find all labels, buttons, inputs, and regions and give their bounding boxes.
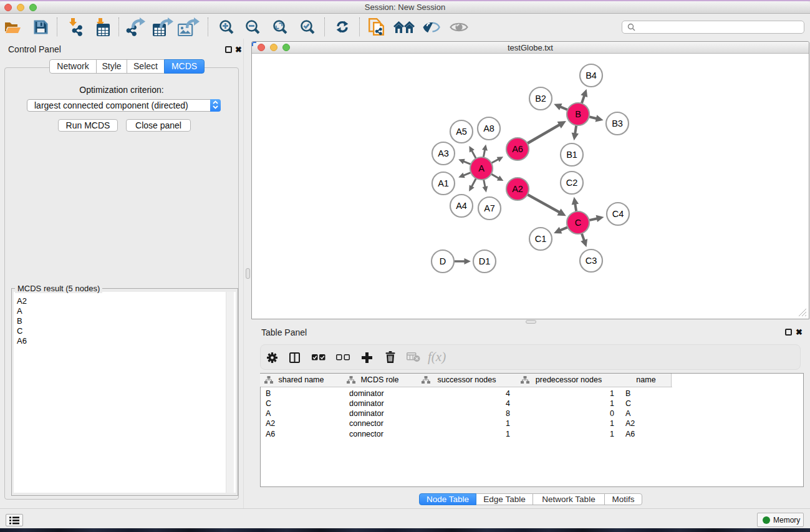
svg-text:A7: A7	[484, 203, 495, 213]
svg-text:C3: C3	[586, 256, 597, 266]
svg-text:B4: B4	[586, 70, 597, 80]
svg-text:C: C	[575, 218, 581, 228]
svg-text:C1: C1	[535, 234, 547, 244]
svg-text:A6: A6	[512, 144, 523, 154]
svg-text:B1: B1	[566, 150, 577, 160]
svg-text:D: D	[440, 256, 446, 266]
svg-text:A3: A3	[438, 148, 449, 158]
svg-text:A1: A1	[438, 178, 449, 188]
svg-text:C4: C4	[612, 209, 624, 219]
svg-text:C2: C2	[566, 178, 578, 188]
svg-text:A2: A2	[512, 184, 523, 194]
svg-text:B2: B2	[535, 94, 546, 104]
svg-text:B: B	[575, 109, 581, 119]
svg-text:A5: A5	[456, 127, 467, 137]
svg-text:A: A	[478, 163, 485, 173]
svg-text:A8: A8	[483, 123, 494, 133]
svg-text:D1: D1	[479, 256, 491, 266]
svg-text:A4: A4	[456, 201, 467, 211]
svg-text:B3: B3	[612, 118, 623, 128]
